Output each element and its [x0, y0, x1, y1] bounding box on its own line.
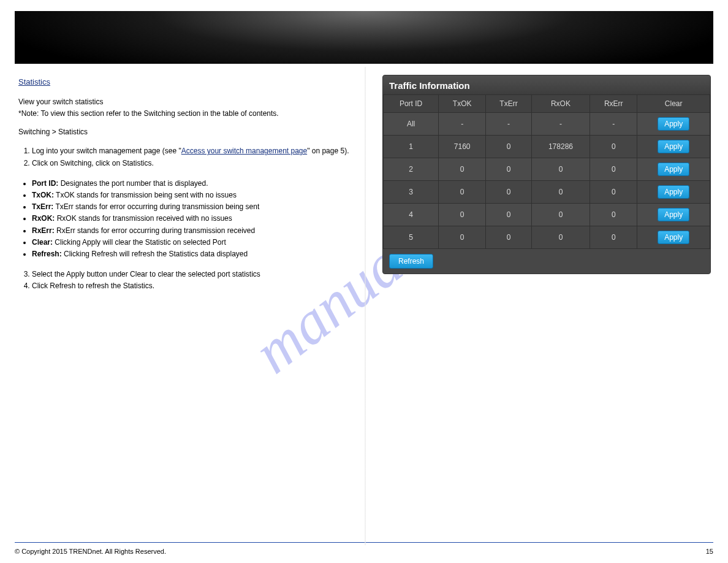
list-item: TxOK: TxOK stands for transmission being…	[32, 190, 362, 201]
cell-rxok: 0	[531, 226, 590, 249]
cell-rxok: 0	[531, 204, 590, 226]
cell-txerr: 0	[486, 158, 532, 181]
table-row: 5 0 0 0 0 Apply	[384, 226, 710, 249]
cell-txok: 0	[439, 204, 486, 226]
footer-divider	[15, 542, 713, 543]
list-item: Select the Apply button under Clear to c…	[32, 269, 362, 280]
table-row: 1 7160 0 178286 0 Apply	[384, 136, 710, 158]
left-column: Statistics View your switch statistics *…	[18, 76, 362, 292]
desc: TxOK stands for transmission being sent …	[54, 191, 237, 199]
cell-rxerr: 0	[590, 226, 637, 249]
copyright-text: © Copyright 2015 TRENDnet. All Rights Re…	[15, 548, 166, 555]
cell-rxerr: 0	[590, 204, 637, 226]
cell-port: 2	[384, 158, 439, 181]
table-row: 4 0 0 0 0 Apply	[384, 204, 710, 226]
label: TxOK:	[32, 191, 54, 199]
step-text: Log into your switch management page (se…	[32, 147, 181, 155]
traffic-panel: Traffic Information Port ID TxOK TxErr R…	[382, 75, 711, 274]
panel-footer: Refresh	[383, 249, 710, 274]
cell-port: 5	[384, 226, 439, 249]
cell-rxok: 0	[531, 181, 590, 204]
cell-rxerr: -	[590, 113, 637, 136]
list-item: Port ID: Designates the port number that…	[32, 178, 362, 190]
page-number: 15	[706, 548, 713, 555]
cell-port: All	[384, 113, 439, 136]
label: Port ID:	[32, 179, 58, 188]
cell-clear: Apply	[637, 158, 710, 181]
cell-port: 1	[384, 136, 439, 158]
col-txerr: TxErr	[486, 95, 532, 113]
cell-txerr: -	[486, 113, 532, 136]
apply-button[interactable]: Apply	[658, 117, 689, 131]
desc: Clicking Refresh will refresh the Statis…	[62, 250, 248, 258]
col-rxerr: RxErr	[590, 95, 637, 113]
cell-txerr: 0	[486, 226, 532, 249]
steps-2: Select the Apply button under Clear to c…	[18, 269, 362, 292]
col-port-id: Port ID	[384, 95, 439, 113]
statistics-link[interactable]: Statistics	[18, 77, 50, 86]
cell-rxerr: 0	[590, 136, 637, 158]
list-item: RxOK: RxOK stands for transmission recei…	[32, 213, 362, 224]
cell-txok: 0	[439, 181, 486, 204]
label: Refresh:	[32, 250, 62, 258]
cell-rxok: 0	[531, 158, 590, 181]
header-banner	[15, 11, 713, 64]
list-item: TxErr: TxErr stands for error occurring …	[32, 201, 362, 213]
cell-txerr: 0	[486, 204, 532, 226]
label: Clear:	[32, 238, 53, 247]
list-item: Click on Switching, click on Statistics.	[32, 158, 362, 169]
access-page-link[interactable]: Access your switch management page	[181, 147, 307, 155]
col-txok: TxOK	[439, 95, 486, 113]
cell-clear: Apply	[637, 226, 710, 249]
cell-rxok: -	[531, 113, 590, 136]
col-rxok: RxOK	[531, 95, 590, 113]
cell-port: 4	[384, 204, 439, 226]
table-header-row: Port ID TxOK TxErr RxOK RxErr Clear	[384, 95, 710, 113]
field-bullets: Port ID: Designates the port number that…	[18, 178, 362, 260]
desc: TxErr stands for error occurring during …	[53, 202, 259, 211]
label: TxErr:	[32, 202, 53, 211]
label: RxErr:	[32, 226, 55, 235]
view-title: View your switch statistics	[18, 98, 362, 106]
cell-clear: Apply	[637, 204, 710, 226]
view-note: *Note: To view this section refer to the…	[18, 109, 362, 118]
apply-button[interactable]: Apply	[658, 185, 689, 199]
col-clear: Clear	[637, 95, 710, 113]
step-text: " on page 5).	[307, 147, 349, 155]
apply-button[interactable]: Apply	[658, 231, 689, 244]
cell-clear: Apply	[637, 136, 710, 158]
traffic-table: Port ID TxOK TxErr RxOK RxErr Clear All …	[383, 94, 710, 249]
cell-rxerr: 0	[590, 181, 637, 204]
desc: Designates the port number that is displ…	[58, 179, 208, 188]
list-item: RxErr: RxErr stands for error occurring …	[32, 225, 362, 237]
list-item: Clear: Clicking Apply will clear the Sta…	[32, 237, 362, 248]
apply-button[interactable]: Apply	[658, 208, 689, 221]
cell-txok: 7160	[439, 136, 486, 158]
table-row: 2 0 0 0 0 Apply	[384, 158, 710, 181]
apply-button[interactable]: Apply	[658, 163, 689, 176]
desc: RxErr stands for error occurring during …	[55, 226, 255, 235]
breadcrumb-text: Switching > Statistics	[18, 127, 362, 137]
list-item: Log into your switch management page (se…	[32, 145, 362, 157]
desc: Clicking Apply will clear the Statistic …	[53, 238, 226, 247]
table-row: All - - - - Apply	[384, 113, 710, 136]
steps-1: Log into your switch management page (se…	[18, 145, 362, 169]
cell-txok: 0	[439, 226, 486, 249]
cell-txok: -	[439, 113, 486, 136]
cell-rxerr: 0	[590, 158, 637, 181]
desc: RxOK stands for transmission received wi…	[55, 214, 232, 223]
cell-txok: 0	[439, 158, 486, 181]
cell-txerr: 0	[486, 136, 532, 158]
cell-txerr: 0	[486, 181, 532, 204]
cell-rxok: 178286	[531, 136, 590, 158]
apply-button[interactable]: Apply	[658, 140, 689, 153]
panel-title: Traffic Information	[383, 75, 710, 94]
cell-clear: Apply	[637, 113, 710, 136]
table-row: 3 0 0 0 0 Apply	[384, 181, 710, 204]
column-divider	[365, 67, 366, 545]
list-item: Click Refresh to refresh the Statistics.	[32, 280, 362, 292]
refresh-button[interactable]: Refresh	[389, 254, 433, 269]
cell-clear: Apply	[637, 181, 710, 204]
cell-port: 3	[384, 181, 439, 204]
list-item: Refresh: Clicking Refresh will refresh t…	[32, 248, 362, 260]
